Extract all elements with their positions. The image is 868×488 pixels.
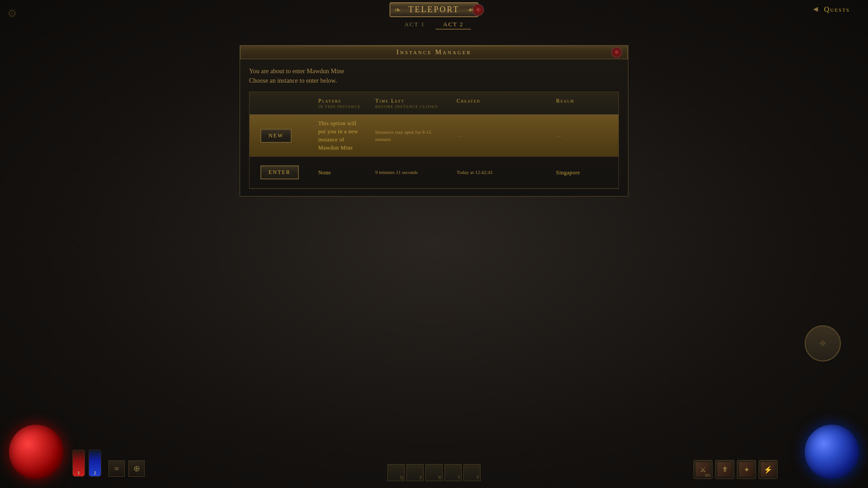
new-instance-description: This option will put you in a new instan… — [313, 119, 370, 152]
new-instance-time: Instances stay open for 8-15 minutes — [370, 128, 451, 143]
act1-tab[interactable]: Act 1 — [397, 20, 432, 29]
skill-bar: Q E R T F — [387, 464, 481, 481]
skill-slots: ⚔ M5 🗡 ✦ ⚡ — [693, 460, 778, 479]
skill-slot-2[interactable]: 🗡 — [715, 460, 734, 479]
new-instance-row: New This option will put you in a new in… — [250, 115, 618, 157]
act2-tab[interactable]: Act 2 — [436, 20, 471, 29]
col-header-button — [250, 96, 313, 111]
col-header-realm: Realm — [551, 96, 618, 111]
enter-instance-button[interactable]: Enter — [260, 165, 299, 179]
quests-button[interactable]: ◄ Quests — [811, 5, 850, 14]
inventory-icon[interactable]: ≡ — [108, 460, 125, 477]
existing-realm: Singapore — [551, 169, 618, 177]
new-button-cell: New — [250, 129, 313, 143]
new-instance-button[interactable]: New — [260, 129, 292, 143]
teleport-title-frame: Teleport × — [390, 2, 479, 17]
hp-orb-container — [0, 409, 79, 488]
instance-description: You are about to enter Mawdun Mine Choos… — [249, 66, 619, 85]
skill-icon-4: ⚡ — [761, 462, 775, 477]
hp-orb — [9, 425, 63, 479]
hotkey-t[interactable]: T — [444, 464, 462, 481]
hotkey-row: Q E R T F — [387, 464, 481, 481]
quests-arrow-icon: ◄ — [811, 5, 821, 14]
skill-slot-4[interactable]: ⚡ — [759, 460, 778, 479]
mana-orb — [805, 425, 859, 479]
teleport-close-button[interactable]: × — [472, 4, 484, 16]
new-instance-created: — — [451, 132, 551, 139]
teleport-panel: Teleport × Act 1 Act 2 — [390, 2, 479, 29]
instance-table: Players In this instance Time Left Befor… — [249, 92, 619, 189]
instance-manager-header: Instance Manager × — [240, 45, 628, 59]
hotkey-r[interactable]: R — [425, 464, 443, 481]
skill-slot-3[interactable]: ✦ — [737, 460, 756, 479]
flask-1[interactable]: 1 — [72, 450, 85, 477]
instance-manager-window: Instance Manager × You are about to ente… — [240, 45, 628, 197]
skill-icon-3: ✦ — [739, 462, 754, 477]
instance-manager-title: Instance Manager — [396, 48, 472, 56]
act-tabs: Act 1 Act 2 — [397, 20, 471, 29]
existing-time-left: 9 minutes 11 seconds — [370, 169, 451, 176]
quests-label: Quests — [824, 5, 850, 14]
existing-created: Today at 12:42:41 — [451, 169, 551, 176]
instance-manager-body: You are about to enter Mawdun Mine Choos… — [240, 59, 628, 196]
flask-2[interactable]: 2 — [89, 450, 101, 477]
description-line1: You are about to enter Mawdun Mine — [249, 66, 619, 76]
scroll-area: ≡ ⊕ — [108, 460, 145, 477]
existing-instance-row: Enter None 9 minutes 11 seconds Today at… — [250, 157, 618, 188]
hotkey-f[interactable]: F — [463, 464, 481, 481]
hotkey-q[interactable]: Q — [387, 464, 405, 481]
table-header: Players In this instance Time Left Befor… — [250, 92, 618, 115]
flask-container: 1 2 — [72, 450, 101, 477]
mana-orb-container — [789, 409, 868, 488]
col-header-players: Players In this instance — [313, 96, 370, 111]
minimap[interactable]: ⌖ — [805, 325, 841, 361]
instance-manager-close-button[interactable]: × — [611, 47, 622, 58]
description-line2: Choose an instance to enter below. — [249, 76, 619, 85]
enter-button-cell: Enter — [250, 165, 313, 179]
flask-1-label: 1 — [78, 470, 80, 475]
skill-icon-2: 🗡 — [717, 462, 732, 477]
skill-slot-1[interactable]: ⚔ M5 — [693, 460, 712, 479]
teleport-title: Teleport — [409, 5, 460, 14]
new-instance-realm: — — [551, 132, 618, 139]
flask-2-label: 2 — [94, 470, 96, 475]
minimap-content: ⌖ — [819, 336, 826, 351]
menu-icon[interactable]: ⚙ — [7, 7, 17, 20]
skill-slot-1-label: M5 — [705, 473, 711, 478]
existing-players: None — [313, 169, 370, 177]
col-header-created: Created — [451, 96, 551, 111]
col-header-time: Time Left Before instance closes — [370, 96, 451, 111]
hotkey-e[interactable]: E — [406, 464, 424, 481]
passive-tree-icon[interactable]: ⊕ — [128, 460, 145, 477]
